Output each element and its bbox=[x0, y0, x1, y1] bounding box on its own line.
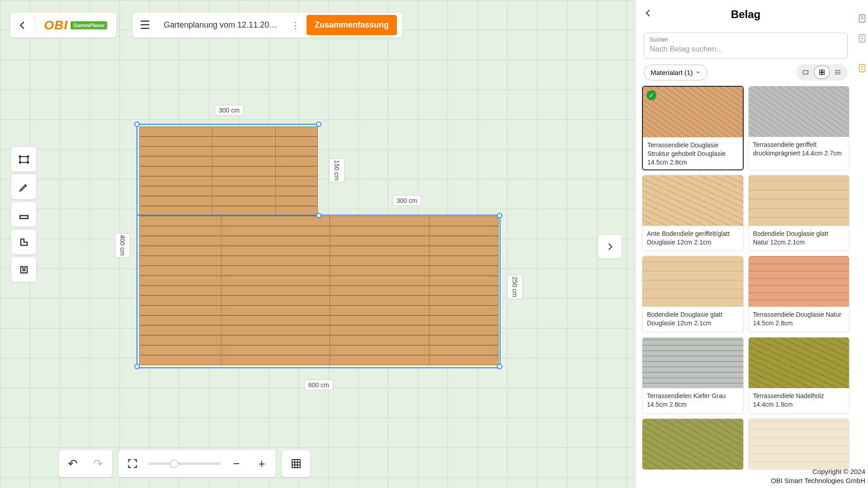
title-bar: ☰ Gartenplanung vom 12.11.2024 1... ⋮ Zu… bbox=[132, 13, 402, 38]
material-item[interactable]: Bodendiele Douglasie glatt Natur 12cm 2.… bbox=[748, 175, 850, 252]
view-grid-button[interactable] bbox=[814, 66, 830, 79]
material-item[interactable] bbox=[642, 418, 744, 470]
material-thumbnail bbox=[749, 86, 849, 137]
svg-rect-13 bbox=[822, 70, 825, 72]
panel-back-button[interactable] bbox=[644, 9, 653, 20]
bottom-toolbar: ↶ ↷ − + bbox=[59, 450, 310, 477]
material-name: Bodendiele Douglasie glatt Natur 12cm 2.… bbox=[749, 226, 849, 251]
resize-handle[interactable] bbox=[497, 364, 502, 369]
summary-button[interactable]: Zusammenfassung bbox=[307, 15, 397, 35]
svg-rect-14 bbox=[820, 73, 822, 75]
rail-list-icon[interactable] bbox=[857, 63, 867, 73]
material-thumbnail bbox=[642, 419, 743, 469]
svg-rect-5 bbox=[20, 216, 28, 219]
material-panel: Belag Suchen Materialart (1) Terrassendi… bbox=[635, 0, 856, 488]
dimension-label-top: 300 cm bbox=[215, 105, 244, 116]
tool-u-shape[interactable] bbox=[11, 257, 36, 282]
dimension-label-right-lower: 250 cm bbox=[507, 275, 523, 299]
material-name: Terrassendiele Douglasie Struktur gehobe… bbox=[643, 137, 743, 170]
material-name: Terrassendiele Douglasie Natur 14.5cm 2.… bbox=[749, 307, 849, 332]
material-item[interactable]: Terrassendiele geriffelt druckimprägnier… bbox=[748, 86, 850, 170]
material-thumbnail bbox=[642, 175, 743, 226]
search-input[interactable] bbox=[650, 45, 842, 54]
material-thumbnail bbox=[749, 175, 849, 226]
material-item[interactable]: Bodendiele Douglasie glatt Douglasie 12c… bbox=[642, 256, 744, 333]
copyright-notice: Copyright © 2024 OBI Smart Technologies … bbox=[771, 467, 865, 486]
tool-pen[interactable] bbox=[11, 174, 36, 199]
svg-rect-6 bbox=[292, 460, 300, 468]
gartenplaner-badge: GartenPlaner bbox=[71, 21, 107, 29]
left-toolbar bbox=[11, 147, 36, 282]
chevron-down-icon bbox=[695, 70, 701, 75]
material-name: Terrassendielen Kiefer Grau 14.5cm 2.8cm bbox=[642, 388, 743, 413]
copyright-line: OBI Smart Technologies GmbH bbox=[771, 476, 865, 485]
search-label: Suchen bbox=[650, 37, 842, 43]
zoom-slider[interactable] bbox=[148, 462, 221, 465]
material-name: Terrassendiele Nadelholz 14.4cm 1.9cm bbox=[749, 388, 849, 413]
material-item[interactable]: Terrassendiele Nadelholz 14.4cm 1.9cm bbox=[748, 337, 850, 414]
redo-button[interactable]: ↷ bbox=[89, 454, 108, 473]
dimension-label-right-middle: 300 cm bbox=[392, 195, 421, 206]
material-thumbnail bbox=[643, 87, 743, 137]
material-grid[interactable]: Terrassendiele Douglasie Struktur gehobe… bbox=[636, 86, 856, 488]
resize-handle[interactable] bbox=[316, 122, 321, 127]
decking-shape[interactable] bbox=[139, 127, 498, 365]
material-item[interactable]: Ante Bodendiele geriffelt/glatt Douglasi… bbox=[642, 175, 744, 252]
tool-shape-rect[interactable] bbox=[11, 147, 36, 172]
planner-canvas[interactable]: OBI GartenPlaner ☰ Gartenplanung vom 12.… bbox=[0, 0, 635, 488]
resize-handle[interactable] bbox=[134, 122, 140, 127]
material-name: Terrassendiele geriffelt druckimprägnier… bbox=[749, 137, 849, 162]
svg-point-21 bbox=[835, 74, 836, 74]
dimension-label-left: 400 cm bbox=[115, 233, 130, 258]
project-title[interactable]: Gartenplanung vom 12.11.2024 1... bbox=[157, 20, 287, 30]
resize-handle[interactable] bbox=[134, 364, 140, 369]
dimension-label-bottom: 600 cm bbox=[304, 380, 333, 390]
svg-rect-11 bbox=[803, 70, 808, 74]
view-list-button[interactable] bbox=[830, 66, 846, 79]
material-thumbnail bbox=[749, 338, 849, 388]
filter-chip-material[interactable]: Materialart (1) bbox=[644, 65, 708, 80]
material-name: Ante Bodendiele geriffelt/glatt Douglasi… bbox=[642, 226, 743, 251]
resize-handle[interactable] bbox=[497, 213, 502, 218]
panel-title: Belag bbox=[653, 8, 839, 21]
material-thumbnail bbox=[749, 419, 849, 469]
material-item[interactable] bbox=[748, 418, 850, 470]
rail-clipboard-icon[interactable] bbox=[857, 33, 867, 43]
brand-logo: OBI GartenPlaner bbox=[35, 18, 116, 33]
material-item[interactable]: Terrassendiele Douglasie Struktur gehobe… bbox=[642, 86, 744, 170]
view-toggle bbox=[796, 64, 848, 80]
svg-rect-15 bbox=[822, 73, 825, 75]
zoom-in-button[interactable]: + bbox=[252, 454, 271, 473]
tool-l-shape[interactable] bbox=[11, 230, 36, 254]
resize-handle[interactable] bbox=[316, 213, 321, 218]
filter-chip-label: Materialart (1) bbox=[651, 69, 693, 76]
dimension-label-right-upper: 150 cm bbox=[329, 158, 344, 183]
more-options-button[interactable]: ⋮ bbox=[287, 20, 305, 31]
rail-notes-icon[interactable] bbox=[857, 14, 867, 23]
back-button[interactable] bbox=[10, 13, 35, 38]
svg-rect-29 bbox=[859, 65, 865, 72]
material-thumbnail bbox=[642, 338, 743, 388]
svg-point-20 bbox=[835, 72, 836, 72]
obi-logo-text: OBI bbox=[44, 18, 68, 33]
header-logo-card: OBI GartenPlaner bbox=[10, 13, 116, 38]
panel-collapse-button[interactable] bbox=[598, 235, 622, 258]
svg-rect-12 bbox=[820, 70, 822, 72]
right-rail bbox=[856, 0, 868, 488]
zoom-out-button[interactable]: − bbox=[227, 454, 246, 473]
svg-rect-0 bbox=[20, 156, 28, 162]
hamburger-menu-button[interactable]: ☰ bbox=[132, 18, 157, 32]
search-field-wrap[interactable]: Suchen bbox=[644, 33, 848, 59]
copyright-line: Copyright © 2024 bbox=[771, 467, 865, 476]
tool-rect-simple[interactable] bbox=[11, 202, 36, 227]
undo-button[interactable]: ↶ bbox=[63, 454, 82, 473]
material-name: Bodendiele Douglasie glatt Douglasie 12c… bbox=[642, 307, 743, 332]
view-large-button[interactable] bbox=[797, 66, 814, 79]
svg-point-19 bbox=[835, 70, 836, 70]
fit-view-button[interactable] bbox=[123, 454, 142, 473]
material-thumbnail bbox=[642, 256, 743, 307]
check-icon: ✓ bbox=[646, 90, 656, 100]
material-item[interactable]: Terrassendiele Douglasie Natur 14.5cm 2.… bbox=[748, 256, 850, 333]
grid-toggle-button[interactable] bbox=[287, 454, 306, 473]
material-item[interactable]: Terrassendielen Kiefer Grau 14.5cm 2.8cm bbox=[642, 337, 744, 414]
